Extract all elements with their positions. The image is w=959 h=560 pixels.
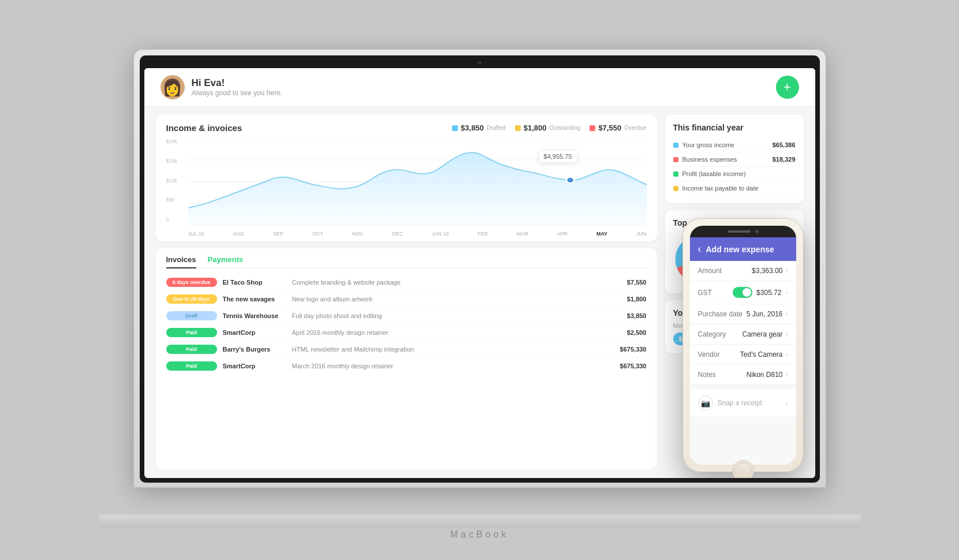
invoice-desc: HTML newsletter and Mailchimp integratio…	[292, 346, 614, 353]
chart-area: $20k $15k $10k $5k 0	[166, 139, 647, 237]
legend-drafted: $3,850 Drafted	[452, 124, 506, 132]
x-label: APR	[557, 231, 568, 237]
invoice-client: El Taco Shop	[223, 279, 286, 286]
invoice-row: Due in 28 days The new savages New logo …	[166, 291, 647, 308]
invoice-amount: $3,850	[627, 312, 647, 319]
fin-row-expenses: Business expenses $18,329	[673, 152, 796, 167]
phone-status-bar	[690, 226, 796, 237]
chart-tooltip: $4,955.75	[539, 150, 577, 163]
invoice-row: Draft Tennis Warehouse Full day photo sh…	[166, 308, 647, 324]
chart-card: Income & invoices $3,850 Drafted $1,800	[156, 115, 657, 241]
phone-device: ‹ Add new expense Amount	[682, 218, 804, 478]
camera-icon: 📷	[698, 395, 713, 410]
app-header: 👩 Hi Eva! Always good to see you here. +	[144, 68, 815, 107]
invoice-desc: Complete branding & website package	[292, 279, 621, 286]
x-label: JAN 16	[432, 231, 449, 237]
invoice-client: SmartCorp	[223, 329, 286, 336]
x-label: NOV	[352, 231, 364, 237]
badge-paid: Paid	[166, 345, 217, 354]
fin-row-profit: Profit (taxable income)	[673, 167, 796, 181]
invoice-desc: April 2016 monthly design retainer	[292, 329, 621, 336]
x-label: JUN	[636, 231, 647, 237]
legend-overdue: $7,550 Overdue	[589, 124, 646, 132]
x-label-active: MAY	[596, 231, 607, 237]
financial-year-title: This financial year	[673, 123, 796, 132]
phone-content: Amount $3,363.00 › GST	[690, 261, 796, 465]
invoice-amount: $2,500	[627, 329, 647, 336]
gst-toggle[interactable]	[733, 287, 752, 298]
expense-amount-row[interactable]: Amount $3,363.00 ›	[690, 261, 796, 281]
expense-date-row[interactable]: Purchase date 5 Jun, 2016 ›	[690, 304, 796, 324]
avatar: 👩	[161, 75, 185, 99]
phone-home-button[interactable]	[732, 460, 754, 478]
invoice-desc: March 2016 monthly design retainer	[292, 363, 614, 369]
tab-invoices[interactable]: Invoices	[166, 255, 196, 268]
phone-title: Add new expense	[706, 245, 774, 254]
legend-outstanding: $1,800 Outstanding	[515, 124, 581, 132]
fin-row-income: Your gross income $65,386	[673, 138, 796, 152]
invoice-row: Paid Barry's Burgers HTML newsletter and…	[166, 341, 647, 358]
badge-overdue: 8 days overdue	[166, 278, 217, 287]
badge-paid: Paid	[166, 361, 217, 371]
macbook-label: MacBook	[450, 529, 509, 540]
x-label: JUL 15	[188, 231, 204, 237]
x-label: MAR	[517, 231, 528, 237]
income-chart	[188, 139, 647, 225]
header-left: 👩 Hi Eva! Always good to see you here.	[161, 75, 282, 99]
invoice-client: SmartCorp	[223, 363, 286, 369]
phone-back-button[interactable]: ‹	[698, 243, 701, 255]
invoice-desc: Full day photo shoot and editing	[292, 312, 621, 319]
invoice-amount: $675,330	[620, 346, 647, 353]
invoices-card: Invoices Payments 8 days overdue El Taco…	[156, 248, 657, 469]
invoice-desc: New logo and album artwork	[292, 296, 621, 303]
invoice-row: Paid SmartCorp April 2016 monthly design…	[166, 324, 647, 341]
fin-row-tax: Income tax payable to date	[673, 181, 796, 195]
x-label: DEC	[392, 231, 403, 237]
x-label: FEB	[477, 231, 488, 237]
invoice-amount: $7,550	[627, 279, 647, 286]
svg-point-5	[566, 177, 574, 183]
invoice-client: Barry's Burgers	[223, 346, 286, 353]
add-button[interactable]: +	[776, 76, 799, 99]
snap-receipt-row[interactable]: 📷 Snap a receipt ›	[690, 390, 796, 416]
invoice-client: Tennis Warehouse	[223, 312, 286, 319]
phone-app-header: ‹ Add new expense	[690, 237, 796, 261]
greeting-subtitle: Always good to see you here.	[192, 89, 282, 97]
snap-receipt-label: Snap a receipt	[718, 399, 762, 407]
invoice-client: The new savages	[223, 296, 286, 303]
expense-vendor-row[interactable]: Vendor Ted's Camera ›	[690, 345, 796, 365]
x-label: SEP	[273, 231, 283, 237]
invoice-amount: $1,800	[627, 296, 647, 303]
x-label: AUG	[233, 231, 245, 237]
financial-year-card: This financial year Your gross income $6…	[665, 115, 804, 203]
invoice-row: Paid SmartCorp March 2016 monthly design…	[166, 358, 647, 374]
invoice-row: 8 days overdue El Taco Shop Complete bra…	[166, 274, 647, 291]
badge-due28: Due in 28 days	[166, 294, 217, 304]
x-label: OCT	[312, 231, 323, 237]
badge-paid: Paid	[166, 328, 217, 337]
invoice-amount: $675,330	[620, 363, 647, 369]
badge-draft: Draft	[166, 311, 217, 320]
tabs: Invoices Payments	[166, 255, 647, 268]
left-column: Income & invoices $3,850 Drafted $1,800	[156, 115, 657, 469]
tab-payments[interactable]: Payments	[208, 255, 243, 264]
expense-gst-row[interactable]: GST $305.72 ›	[690, 281, 796, 304]
greeting-text: Hi Eva! Always good to see you here.	[192, 77, 282, 97]
greeting-name: Hi Eva!	[192, 77, 282, 89]
expense-category-row[interactable]: Category Camera gear ›	[690, 324, 796, 345]
chart-title: Income & invoices	[166, 123, 242, 133]
expense-notes-row[interactable]: Notes Nikon D810 ›	[690, 365, 796, 385]
